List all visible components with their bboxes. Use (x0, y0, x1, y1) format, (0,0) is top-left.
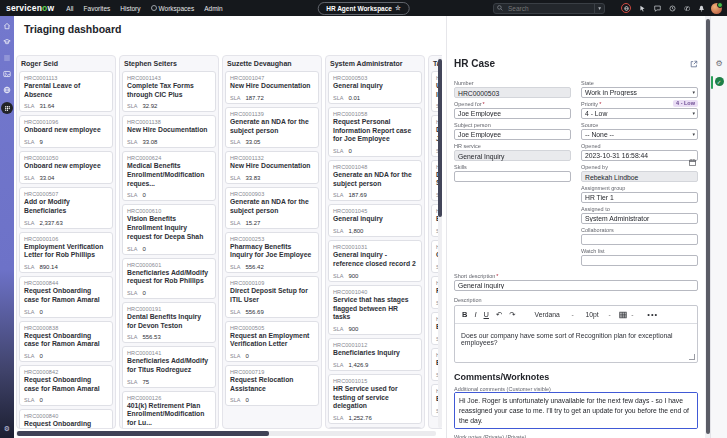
field-input-assignment-group[interactable] (581, 192, 698, 203)
board-vertical-scrollbar[interactable] (438, 57, 442, 428)
case-card[interactable]: HRC0000618Employment Verification Letter… (328, 427, 422, 429)
case-card[interactable]: HRC0000141Beneficiaries Add/Modify for T… (122, 346, 216, 387)
case-card[interactable]: HRC0000503General inquirySLA0.01 (328, 71, 422, 104)
workspace-pill[interactable]: HR Agent Workspace ☆ (317, 2, 410, 15)
case-card[interactable]: HRC0001113Parental Leave of AbsenceSLA31… (19, 71, 113, 112)
case-card[interactable]: HRC0000109Direct Deposit Setup for ITIL … (225, 276, 319, 317)
case-card[interactable]: HRC0001050Onboard new employeeSLA33.04 (19, 151, 113, 184)
search-scope-caret-icon[interactable]: ▾ (594, 4, 601, 13)
case-card[interactable]: HRC0000719Request Relocation AssistanceS… (225, 365, 319, 406)
case-card[interactable]: HRC0000106Employment Verification Letter… (19, 232, 113, 273)
case-card[interactable]: HRC0000838Request Onboarding case for Ra… (19, 321, 113, 362)
cursor-icon[interactable] (639, 5, 646, 12)
case-card[interactable]: HRC0000842Request Onboarding case for Ra… (19, 365, 113, 406)
record-indicator-icon[interactable] (621, 3, 631, 13)
vertical-scroll-thumb[interactable] (438, 59, 442, 217)
short-description-input[interactable] (454, 280, 698, 291)
field-input-collaborators[interactable] (581, 234, 698, 245)
additional-comments-input[interactable]: Hi Joe. Roger is unfortunately unavailab… (454, 392, 698, 429)
globe-icon[interactable] (3, 86, 11, 94)
learning-icon[interactable] (3, 38, 11, 46)
case-card[interactable]: HRC0000601Beneficiaries Add/Modify reque… (122, 258, 216, 299)
field-label: State (581, 80, 594, 86)
field-input-skills[interactable] (454, 171, 571, 182)
global-search[interactable]: ▾ (493, 3, 605, 14)
field-input-assigned-to[interactable] (581, 213, 698, 224)
open-record-icon[interactable] (690, 54, 698, 72)
case-card[interactable]: HRC0001143Complete Tax Forms through CIC… (122, 71, 216, 112)
board-column-system-administrator: System AdministratorHRC0000503General in… (325, 55, 425, 429)
servicenow-logo[interactable]: servicenow (6, 3, 54, 13)
case-card[interactable]: HRC0000253Pharmacy Benefits Inquiry for … (225, 232, 319, 273)
presence-check-icon[interactable]: ✓ (715, 77, 724, 86)
case-card[interactable]: HRC0000610Vision Benefits Enrollment Inq… (122, 204, 216, 254)
more-options-button[interactable]: ••• (647, 310, 658, 319)
font-size-select[interactable]: 10pt⌄ (586, 311, 612, 318)
field-label: Opened for* (454, 101, 485, 107)
nav-item-all[interactable]: All (66, 5, 73, 12)
user-avatar[interactable] (711, 3, 722, 14)
table-menu-button[interactable]: ⌄ (619, 311, 635, 319)
case-card[interactable]: HRC0000624Medical Benefits Enrollment/Mo… (122, 151, 216, 201)
nav-item-history[interactable]: History (120, 5, 140, 12)
case-card[interactable]: HRC0001040Service that has stages flagge… (328, 285, 422, 335)
case-card[interactable]: HRC0001045General inquirySLA1,800 (328, 204, 422, 237)
case-card[interactable]: HRC0001012Beneficiaries InquirySLA1,426.… (328, 338, 422, 371)
font-family-select[interactable]: Verdana⌄ (535, 311, 575, 318)
italic-button[interactable]: I (474, 310, 476, 319)
dropdown-caret-icon[interactable]: ▾ (692, 89, 695, 95)
resize-handle[interactable] (689, 354, 695, 360)
case-card[interactable]: HRC0000505Request an Employment Verifica… (225, 321, 319, 362)
chat-icon[interactable] (654, 5, 661, 12)
field-input-watch-list[interactable] (581, 255, 698, 266)
board-horizontal-scrollbar[interactable] (16, 431, 436, 436)
field-input-source[interactable] (581, 129, 698, 140)
case-card[interactable]: HRC0001031General inquiry - reference cl… (328, 240, 422, 281)
dropdown-caret-icon[interactable]: ▾ (692, 131, 695, 137)
field-input-opened[interactable] (581, 150, 698, 161)
case-card[interactable]: HRC0001096Onboard new employeeSLA9 (19, 115, 113, 148)
field-collaborators: Collaborators (581, 226, 698, 245)
case-card[interactable]: HRC0000191Dental Benefits Inquiry for De… (122, 302, 216, 343)
underline-button[interactable]: U (484, 310, 489, 319)
bold-button[interactable]: B (462, 310, 467, 319)
case-card[interactable]: HRC0001047New Hire DocumentationSLA187.7… (225, 71, 319, 104)
card-sla-row: SLA900 (333, 269, 417, 279)
case-card[interactable]: HRC0000126401(k) Retirement Plan Enrollm… (122, 391, 216, 429)
apps-grid-icon[interactable] (1, 102, 13, 114)
list-icon[interactable] (3, 54, 11, 62)
redo-icon[interactable]: ↷ (509, 310, 515, 319)
case-card[interactable]: HRC0000903Generate an NDA for the subjec… (225, 187, 319, 228)
field-input-subject-person[interactable] (454, 129, 571, 140)
case-card[interactable]: HRC0001048Generate an NDA for the subjec… (328, 160, 422, 201)
field-input-opened-for[interactable] (454, 108, 571, 119)
settings-gear-icon[interactable]: ⚙ (4, 425, 10, 433)
case-card[interactable]: HRC0000507Add or Modify BeneficiariesSLA… (19, 187, 113, 228)
field-input-priority[interactable] (581, 108, 698, 119)
field-input-state[interactable] (581, 87, 698, 98)
media-icon[interactable] (3, 70, 11, 78)
horizontal-scroll-thumb[interactable] (17, 431, 269, 436)
nav-item-workspaces[interactable]: Workspaces (151, 5, 195, 12)
dropdown-caret-icon[interactable]: ▾ (692, 110, 695, 116)
description-text[interactable]: Does our company have some sort of Recog… (455, 324, 697, 362)
bell-icon[interactable] (698, 5, 705, 12)
home-icon[interactable] (3, 22, 11, 30)
gear-icon[interactable]: ⚙ (715, 60, 722, 68)
case-card[interactable]: HRC0001132New Hire DocumentationSLA33.83 (225, 151, 319, 184)
nav-item-admin[interactable]: Admin (204, 5, 222, 12)
undo-icon[interactable]: ↶ (496, 310, 502, 319)
search-input[interactable] (506, 4, 591, 13)
calendar-icon[interactable] (689, 152, 696, 170)
case-card[interactable]: HRC0001015HR Service used for testing of… (328, 374, 422, 424)
clock-icon[interactable] (669, 5, 676, 12)
case-card[interactable]: HRC0001139Generate an NDA for the subjec… (225, 107, 319, 148)
favorite-star-icon[interactable]: ☆ (395, 4, 401, 12)
case-card[interactable]: HRC0001058Request Personal Information R… (328, 107, 422, 157)
case-card[interactable]: HRC0000844Request Onboarding case for Ra… (19, 276, 113, 317)
case-card[interactable]: HRC0000840Request Onboarding case for Ra… (19, 409, 113, 429)
panel-scroll-thumb[interactable] (706, 19, 710, 434)
case-card[interactable]: HRC0001138New Hire DocumentationSLA33.08 (122, 115, 216, 148)
phone-icon[interactable]: ✆ (684, 5, 690, 12)
nav-item-favorites[interactable]: Favorites (84, 5, 111, 12)
